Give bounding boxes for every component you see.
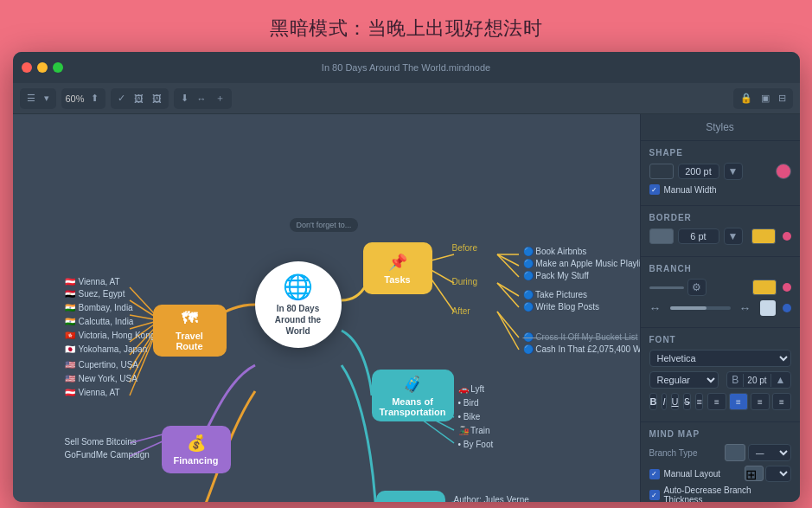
book-icon: 📚 bbox=[401, 501, 420, 503]
title-bar: In 80 Days Around The World.mindnode bbox=[13, 52, 800, 83]
svg-line-22 bbox=[497, 283, 519, 296]
branch-line-row: ⚙ bbox=[649, 279, 791, 296]
leaf-airbnbs: 🔵 Book Airbnbs bbox=[523, 247, 587, 256]
branch-line-style[interactable] bbox=[649, 286, 684, 289]
font-size-stepper[interactable]: B 20 pt ▲ bbox=[726, 371, 790, 389]
minimize-button[interactable] bbox=[37, 62, 48, 73]
branch-type-btn-1[interactable] bbox=[725, 444, 745, 461]
italic-btn[interactable]: I bbox=[662, 393, 666, 410]
font-face-select[interactable]: Helvetica bbox=[649, 350, 791, 367]
layout-icon-1[interactable]: ⊞ bbox=[745, 466, 764, 481]
align-justify-btn[interactable]: ≡ bbox=[772, 393, 791, 410]
leaf-author: Author: Jules Verne bbox=[454, 495, 529, 502]
border-adjust-btn[interactable]: ▼ bbox=[724, 228, 743, 245]
shape-width-input[interactable]: 200 pt bbox=[678, 164, 719, 179]
filter-btn[interactable]: ⊟ bbox=[776, 92, 789, 105]
align-left-btn[interactable]: ≡ bbox=[707, 393, 726, 410]
border-color-dot[interactable] bbox=[783, 232, 791, 241]
branch-section-title: BRANCH bbox=[649, 264, 791, 273]
layout-select[interactable] bbox=[765, 466, 791, 482]
central-node[interactable]: 🌐 In 80 Days Around the World bbox=[255, 261, 342, 348]
branch-increase-icon: ↔ bbox=[739, 301, 751, 315]
leaf-pack: 🔵 Pack My Stuff bbox=[523, 271, 589, 280]
window-title: In 80 Days Around The World.mindnode bbox=[322, 62, 490, 73]
svg-line-25 bbox=[497, 312, 519, 350]
right-panel: Styles SHAPE 200 pt ▼ ✓ Manual Width BOR… bbox=[640, 114, 800, 502]
financing-icon: 💰 bbox=[187, 434, 206, 453]
font-size-increase[interactable]: ▲ bbox=[771, 372, 790, 388]
branch-color-chip[interactable] bbox=[760, 300, 776, 316]
leaf-bucket-list: 🔵 Cross It Off My Bucket List bbox=[523, 332, 638, 342]
shape-color-dot[interactable] bbox=[776, 164, 791, 179]
manual-width-checkbox[interactable]: ✓ bbox=[649, 184, 660, 195]
branch-style-btn[interactable]: ⚙ bbox=[687, 279, 707, 296]
leaf-bombay-india: 🇮🇳Bombay, India bbox=[65, 303, 133, 312]
leaf-by-foot: • By Foot bbox=[458, 440, 494, 449]
font-section: FONT Helvetica Regular B 20 pt ▲ bbox=[641, 328, 800, 422]
zoom-stepper-btn[interactable]: ⬆ bbox=[88, 92, 101, 105]
transportation-label: Means of Transportation bbox=[380, 396, 446, 417]
lock-btn[interactable]: 🔒 bbox=[738, 92, 755, 105]
branch-tasks[interactable]: 📌 Tasks bbox=[363, 242, 432, 294]
checklist-btn[interactable]: ✓ bbox=[115, 92, 128, 105]
font-face-row: Helvetica bbox=[649, 350, 791, 367]
branch-book[interactable]: 📚 The Book bbox=[376, 491, 445, 502]
border-color-swatch[interactable] bbox=[751, 228, 776, 244]
align-right-btn[interactable]: ≡ bbox=[751, 393, 770, 410]
transportation-icon: 🧳 bbox=[403, 375, 422, 394]
dropdown-btn[interactable]: ▾ bbox=[42, 92, 52, 105]
plus-btn[interactable]: ＋ bbox=[213, 91, 227, 106]
layout-icons: ⊞ bbox=[745, 466, 791, 482]
align-center-btn[interactable]: ≡ bbox=[729, 393, 748, 410]
branch-travel-route[interactable]: 🗺 Travel Route bbox=[153, 305, 227, 357]
main-area: Don't forget to... 🌐 In 80 Days Around t… bbox=[13, 114, 800, 502]
close-button[interactable] bbox=[22, 62, 32, 73]
border-width-input[interactable]: 6 pt bbox=[678, 228, 719, 244]
image-btn[interactable]: 🖼 bbox=[131, 93, 146, 105]
shape-swatch[interactable] bbox=[649, 164, 674, 179]
zoom-level: 60% bbox=[66, 93, 85, 104]
border-style-swatch[interactable] bbox=[649, 228, 674, 244]
shape-adjust-btn[interactable]: ▼ bbox=[724, 163, 743, 180]
leaf-playlist: 🔵 Make an Apple Music Playlist bbox=[523, 259, 640, 268]
bold-btn[interactable]: B bbox=[649, 393, 658, 410]
travel-route-icon: 🗺 bbox=[182, 310, 197, 328]
mind-map-canvas[interactable]: Don't forget to... 🌐 In 80 Days Around t… bbox=[13, 114, 640, 502]
zoom-group: 60% ⬆ bbox=[61, 88, 105, 109]
right-tools-group: 🔒 ▣ ⊟ bbox=[733, 88, 793, 109]
font-size-val: 20 pt bbox=[743, 374, 770, 387]
border-section-title: BORDER bbox=[649, 213, 791, 222]
link-btn[interactable]: 🖼 bbox=[150, 93, 164, 105]
manual-width-label: Manual Width bbox=[664, 185, 717, 195]
font-section-title: FONT bbox=[649, 335, 791, 344]
branch-slider[interactable] bbox=[670, 306, 731, 310]
branch-color-swatch[interactable] bbox=[752, 280, 777, 295]
branch-financing[interactable]: 💰 Financing bbox=[162, 426, 231, 473]
svg-line-21 bbox=[497, 254, 519, 277]
panel-btn[interactable]: ▣ bbox=[758, 92, 772, 105]
manual-width-row: ✓ Manual Width bbox=[649, 184, 791, 195]
strikethrough-btn[interactable]: S̶ bbox=[683, 393, 691, 410]
mind-map-section-title: MIND MAP bbox=[649, 429, 791, 439]
sidebar-toggle-btn[interactable]: ☰ bbox=[24, 92, 38, 105]
view-toggle-group: ☰ ▾ bbox=[20, 88, 56, 109]
branch-type-label: Branch Type bbox=[649, 448, 698, 458]
auto-decrease-checkbox[interactable]: ✓ bbox=[649, 490, 660, 500]
maximize-button[interactable] bbox=[53, 62, 63, 73]
branch-color-dot[interactable] bbox=[783, 283, 791, 292]
font-style-select[interactable]: Regular bbox=[649, 371, 719, 389]
share-btn[interactable]: ↔ bbox=[195, 93, 209, 105]
underline-btn[interactable]: U bbox=[671, 393, 680, 410]
after-label: After bbox=[452, 306, 470, 316]
page-title: 黑暗模式：当晚上出现好想法时 bbox=[270, 16, 542, 42]
font-size-decrease[interactable]: B bbox=[727, 372, 743, 388]
more-style-btn[interactable]: ≡ bbox=[695, 393, 702, 410]
branch-type-select[interactable]: — bbox=[748, 444, 791, 461]
branch-decrease-icon: ↔ bbox=[649, 301, 662, 315]
manual-layout-checkbox[interactable]: ✓ bbox=[649, 469, 660, 479]
download-btn[interactable]: ⬇ bbox=[178, 92, 191, 105]
during-label: During bbox=[452, 277, 477, 286]
branch-blue-dot[interactable] bbox=[783, 304, 791, 312]
branch-transportation[interactable]: 🧳 Means of Transportation bbox=[372, 370, 454, 421]
mind-map-section: MIND MAP Branch Type — ✓ Manual Layout ⊞ bbox=[641, 422, 800, 502]
